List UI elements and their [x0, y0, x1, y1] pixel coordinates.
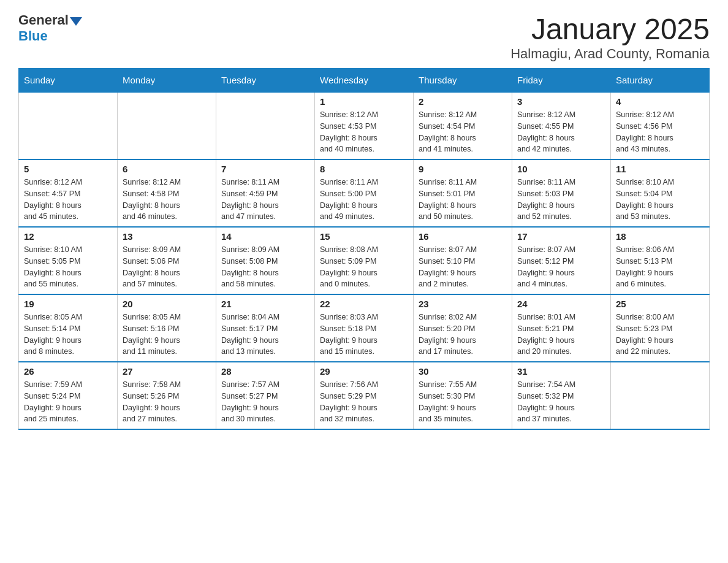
day-number: 21 — [221, 299, 309, 309]
day-info: Sunrise: 8:11 AM Sunset: 4:59 PM Dayligh… — [221, 177, 309, 223]
day-info: Sunrise: 7:57 AM Sunset: 5:27 PM Dayligh… — [221, 379, 309, 425]
day-info: Sunrise: 8:02 AM Sunset: 5:20 PM Dayligh… — [419, 312, 507, 358]
day-number: 29 — [320, 366, 408, 377]
day-info: Sunrise: 7:54 AM Sunset: 5:32 PM Dayligh… — [517, 379, 605, 425]
calendar-cell: 30Sunrise: 7:55 AM Sunset: 5:30 PM Dayli… — [414, 362, 512, 429]
day-info: Sunrise: 8:11 AM Sunset: 5:03 PM Dayligh… — [517, 177, 605, 223]
day-info: Sunrise: 7:59 AM Sunset: 5:24 PM Dayligh… — [24, 379, 112, 425]
day-number: 17 — [517, 231, 605, 242]
calendar-header-thursday: Thursday — [414, 69, 512, 93]
calendar-subtitle: Halmagiu, Arad County, Romania — [510, 46, 710, 62]
calendar-cell: 8Sunrise: 8:11 AM Sunset: 5:00 PM Daylig… — [315, 159, 414, 227]
day-number: 7 — [221, 164, 309, 174]
day-number: 18 — [616, 231, 704, 242]
day-info: Sunrise: 8:08 AM Sunset: 5:09 PM Dayligh… — [320, 244, 408, 290]
calendar-cell: 11Sunrise: 8:10 AM Sunset: 5:04 PM Dayli… — [611, 159, 710, 227]
day-number: 13 — [123, 231, 211, 242]
day-number: 3 — [517, 96, 605, 107]
calendar-header-row: SundayMondayTuesdayWednesdayThursdayFrid… — [19, 69, 710, 93]
day-number: 8 — [320, 164, 408, 174]
calendar-header-friday: Friday — [512, 69, 611, 93]
day-number: 5 — [24, 164, 112, 174]
logo-general-text: General — [18, 12, 69, 28]
page-header: General Blue January 2025 Halmagiu, Arad… — [18, 12, 710, 62]
calendar-week-row: 5Sunrise: 8:12 AM Sunset: 4:57 PM Daylig… — [19, 159, 710, 227]
day-number: 31 — [517, 366, 605, 377]
day-info: Sunrise: 8:09 AM Sunset: 5:08 PM Dayligh… — [221, 244, 309, 290]
day-info: Sunrise: 8:12 AM Sunset: 4:56 PM Dayligh… — [616, 109, 704, 155]
calendar-cell: 2Sunrise: 8:12 AM Sunset: 4:54 PM Daylig… — [414, 92, 512, 159]
logo-blue-text: Blue — [18, 28, 48, 44]
day-info: Sunrise: 8:10 AM Sunset: 5:04 PM Dayligh… — [616, 177, 704, 223]
day-number: 10 — [517, 164, 605, 174]
calendar-cell: 27Sunrise: 7:58 AM Sunset: 5:26 PM Dayli… — [118, 362, 216, 429]
day-number: 6 — [123, 164, 211, 174]
day-number: 14 — [221, 231, 309, 242]
calendar-week-row: 1Sunrise: 8:12 AM Sunset: 4:53 PM Daylig… — [19, 92, 710, 159]
calendar-header-saturday: Saturday — [611, 69, 710, 93]
day-info: Sunrise: 8:03 AM Sunset: 5:18 PM Dayligh… — [320, 312, 408, 358]
calendar-cell: 12Sunrise: 8:10 AM Sunset: 5:05 PM Dayli… — [19, 227, 118, 294]
calendar-cell: 24Sunrise: 8:01 AM Sunset: 5:21 PM Dayli… — [512, 294, 611, 362]
day-number: 20 — [123, 299, 211, 309]
calendar-cell: 15Sunrise: 8:08 AM Sunset: 5:09 PM Dayli… — [315, 227, 414, 294]
calendar-cell: 14Sunrise: 8:09 AM Sunset: 5:08 PM Dayli… — [216, 227, 315, 294]
calendar-cell: 16Sunrise: 8:07 AM Sunset: 5:10 PM Dayli… — [414, 227, 512, 294]
calendar-cell: 31Sunrise: 7:54 AM Sunset: 5:32 PM Dayli… — [512, 362, 611, 429]
day-number: 26 — [24, 366, 112, 377]
day-info: Sunrise: 8:10 AM Sunset: 5:05 PM Dayligh… — [24, 244, 112, 290]
calendar-header-tuesday: Tuesday — [216, 69, 315, 93]
day-info: Sunrise: 8:04 AM Sunset: 5:17 PM Dayligh… — [221, 312, 309, 358]
calendar-cell: 4Sunrise: 8:12 AM Sunset: 4:56 PM Daylig… — [611, 92, 710, 159]
calendar-cell: 25Sunrise: 8:00 AM Sunset: 5:23 PM Dayli… — [611, 294, 710, 362]
day-number: 30 — [419, 366, 507, 377]
day-info: Sunrise: 8:07 AM Sunset: 5:12 PM Dayligh… — [517, 244, 605, 290]
day-number: 9 — [419, 164, 507, 174]
day-info: Sunrise: 8:07 AM Sunset: 5:10 PM Dayligh… — [419, 244, 507, 290]
day-info: Sunrise: 8:12 AM Sunset: 4:57 PM Dayligh… — [24, 177, 112, 223]
day-number: 23 — [419, 299, 507, 309]
day-number: 24 — [517, 299, 605, 309]
calendar-cell: 7Sunrise: 8:11 AM Sunset: 4:59 PM Daylig… — [216, 159, 315, 227]
calendar-cell: 5Sunrise: 8:12 AM Sunset: 4:57 PM Daylig… — [19, 159, 118, 227]
day-info: Sunrise: 7:56 AM Sunset: 5:29 PM Dayligh… — [320, 379, 408, 425]
day-info: Sunrise: 8:11 AM Sunset: 5:01 PM Dayligh… — [419, 177, 507, 223]
day-info: Sunrise: 8:12 AM Sunset: 4:55 PM Dayligh… — [517, 109, 605, 155]
calendar-cell: 3Sunrise: 8:12 AM Sunset: 4:55 PM Daylig… — [512, 92, 611, 159]
day-info: Sunrise: 8:05 AM Sunset: 5:14 PM Dayligh… — [24, 312, 112, 358]
calendar-week-row: 19Sunrise: 8:05 AM Sunset: 5:14 PM Dayli… — [19, 294, 710, 362]
day-number: 22 — [320, 299, 408, 309]
calendar-cell: 26Sunrise: 7:59 AM Sunset: 5:24 PM Dayli… — [19, 362, 118, 429]
day-info: Sunrise: 8:06 AM Sunset: 5:13 PM Dayligh… — [616, 244, 704, 290]
calendar-cell: 22Sunrise: 8:03 AM Sunset: 5:18 PM Dayli… — [315, 294, 414, 362]
day-number: 16 — [419, 231, 507, 242]
day-info: Sunrise: 8:11 AM Sunset: 5:00 PM Dayligh… — [320, 177, 408, 223]
day-info: Sunrise: 8:00 AM Sunset: 5:23 PM Dayligh… — [616, 312, 704, 358]
day-info: Sunrise: 8:09 AM Sunset: 5:06 PM Dayligh… — [123, 244, 211, 290]
calendar-cell: 21Sunrise: 8:04 AM Sunset: 5:17 PM Dayli… — [216, 294, 315, 362]
calendar-cell: 19Sunrise: 8:05 AM Sunset: 5:14 PM Dayli… — [19, 294, 118, 362]
calendar-cell: 6Sunrise: 8:12 AM Sunset: 4:58 PM Daylig… — [118, 159, 216, 227]
day-number: 11 — [616, 164, 704, 174]
calendar-cell: 28Sunrise: 7:57 AM Sunset: 5:27 PM Dayli… — [216, 362, 315, 429]
day-number: 25 — [616, 299, 704, 309]
day-number: 15 — [320, 231, 408, 242]
logo: General Blue — [18, 12, 82, 44]
calendar-cell — [19, 92, 118, 159]
calendar-cell: 20Sunrise: 8:05 AM Sunset: 5:16 PM Dayli… — [118, 294, 216, 362]
calendar-cell: 18Sunrise: 8:06 AM Sunset: 5:13 PM Dayli… — [611, 227, 710, 294]
calendar-cell: 1Sunrise: 8:12 AM Sunset: 4:53 PM Daylig… — [315, 92, 414, 159]
calendar-cell: 23Sunrise: 8:02 AM Sunset: 5:20 PM Dayli… — [414, 294, 512, 362]
calendar-table: SundayMondayTuesdayWednesdayThursdayFrid… — [18, 68, 710, 430]
day-number: 2 — [419, 96, 507, 107]
day-number: 28 — [221, 366, 309, 377]
calendar-header-wednesday: Wednesday — [315, 69, 414, 93]
logo-triangle-icon — [70, 17, 82, 26]
calendar-cell: 9Sunrise: 8:11 AM Sunset: 5:01 PM Daylig… — [414, 159, 512, 227]
day-number: 27 — [123, 366, 211, 377]
calendar-cell — [118, 92, 216, 159]
calendar-cell: 17Sunrise: 8:07 AM Sunset: 5:12 PM Dayli… — [512, 227, 611, 294]
day-info: Sunrise: 8:05 AM Sunset: 5:16 PM Dayligh… — [123, 312, 211, 358]
calendar-cell: 29Sunrise: 7:56 AM Sunset: 5:29 PM Dayli… — [315, 362, 414, 429]
day-info: Sunrise: 8:01 AM Sunset: 5:21 PM Dayligh… — [517, 312, 605, 358]
